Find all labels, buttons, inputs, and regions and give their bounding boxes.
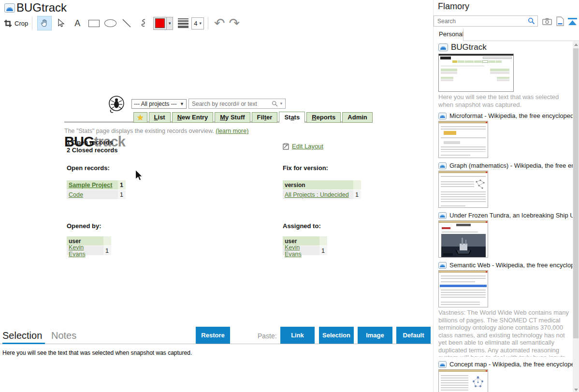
paste-selection-button[interactable]: Selection [319,327,354,344]
open-records-title: Open records: [67,164,110,172]
snapshot-thumbnail[interactable] [438,54,514,92]
sidebar-app-title: Flamory [438,1,469,12]
paste-default-button[interactable]: Default [396,327,431,344]
snapshot-thumbnail[interactable] [438,121,488,158]
snapshot-snippet: Vastness: The World Wide Web contains ma… [438,309,573,357]
snapshot-title: Concept map - Wikipedia, the free encycl… [449,361,573,368]
fix-for-version-title: Fix for version: [283,164,328,172]
redo-button[interactable]: ↷ [229,17,240,29]
color-picker[interactable]: ▾ [153,17,173,30]
tab-admin[interactable]: Admin [342,112,372,123]
tab-filter[interactable]: Filter [252,112,278,123]
hand-icon [40,18,49,28]
scroll-down-arrow[interactable] [574,389,578,391]
concept-map-diagram [470,375,486,391]
tab-notes[interactable]: Notes [51,330,76,341]
tab-reports[interactable]: Reports [306,112,341,123]
project-link[interactable]: Sample Project [69,182,112,189]
toolbar-separator [32,17,32,29]
sidebar-scrollbar[interactable] [573,42,579,392]
pin-to-top-icon[interactable] [567,17,578,26]
restore-button[interactable]: Restore [196,327,230,344]
snapshot-title: Semantic Web - Wikipedia, the free encyc… [449,261,573,269]
text-tool[interactable]: A [70,16,85,30]
table-header-row: version [283,180,361,189]
line-icon [121,18,132,29]
list-item[interactable]: Semantic Web - Wikipedia, the free encyc… [438,261,573,357]
color-dropdown-arrow[interactable]: ▾ [166,17,173,29]
projects-dropdown-value: --- All projects --- [134,101,177,107]
scroll-up-arrow[interactable] [574,44,578,46]
sidebar-search-box[interactable] [434,15,538,27]
list-item[interactable]: Microformat - Wikipedia, the free encycl… [438,112,573,158]
bug-logo-icon [107,95,126,115]
snapshot-thumbnail[interactable] [438,369,488,392]
tab-selection[interactable]: Selection [2,330,42,341]
table-row: Sample Project 1 [67,180,126,189]
pen-width-dropdown-arrow: ▾ [199,21,202,26]
ellipse-tool[interactable] [103,16,117,30]
project-link[interactable]: Code [69,191,83,198]
snapshot-snippet: Here you will see the text that was sele… [438,93,573,108]
panel-divider [0,344,432,344]
list-item[interactable]: Graph (mathematics) - Wikipedia, the fre… [438,162,573,208]
snapshot-title: Microformat - Wikipedia, the free encycl… [449,112,573,119]
snapshot-icon [438,113,447,119]
list-item[interactable]: Concept map - Wikipedia, the free encycl… [438,361,573,392]
snapshot-title: Under Frozen Tundra, an Icebreaking Ship… [449,212,573,219]
scrollbar-thumb[interactable] [573,48,579,338]
star-icon: ★ [137,114,144,121]
column-header: version [283,180,353,189]
select-arrow-tool[interactable] [54,16,68,30]
record-search-box[interactable]: ▼ [188,99,286,109]
record-search-input[interactable] [191,100,272,108]
snapshot-thumbnail[interactable] [438,220,488,258]
edit-layout-link[interactable]: Edit Layout [283,143,323,150]
freehand-tool[interactable] [136,16,150,30]
edit-layout-label: Edit Layout [292,143,323,150]
version-link[interactable]: All Projects : Undecided [285,191,349,198]
tab-new-entry[interactable]: New Entry [172,112,214,123]
ellipse-icon [104,19,116,27]
tab-list[interactable]: List [149,112,171,123]
rectangle-tool[interactable] [87,16,101,30]
open-records-summary: 1 Open records [67,139,113,146]
crop-button[interactable]: Crop [4,19,28,28]
pan-hand-tool[interactable] [37,16,52,30]
active-tab-underline [2,343,45,344]
snapshot-icon [438,262,447,269]
snapshot-thumbnail[interactable] [438,270,488,307]
projects-dropdown[interactable]: --- All projects --- ▼ [131,99,187,109]
page-title: BUGtrack [16,1,67,15]
snapshot-thumbnail[interactable] [438,171,488,208]
learn-more-link[interactable]: (learn more) [216,128,248,134]
snapshot-title: BUGtrack [451,43,487,52]
list-item[interactable]: BUGtrack Her [438,43,573,108]
tab-favorites[interactable]: ★ [133,112,147,123]
table-row: Kevin Evans 1 [67,246,111,255]
ship-photo [441,234,486,257]
captured-mouse-cursor [134,169,143,182]
undo-button[interactable]: ↶ [214,17,225,29]
record-count: 1 [319,246,327,255]
paste-link-button[interactable]: Link [280,327,315,344]
sidebar-search-input[interactable] [436,17,528,25]
snapshot-canvas[interactable]: BUGtrack --- All projects --- ▼ ▼ ★ List… [0,32,433,327]
tab-personal[interactable]: Personal [439,30,463,38]
tab-stats[interactable]: Stats [279,112,305,123]
user-link[interactable]: Kevin Evans [285,244,318,258]
edit-layout-icon [283,143,289,150]
paste-image-button[interactable]: Image [358,327,392,344]
camera-icon[interactable] [542,18,552,25]
user-link[interactable]: Kevin Evans [69,244,101,258]
tab-bar-line [463,41,579,41]
annotation-toolbar: Crop A ▾ 4 ▾ ↶ ↷ [0,15,434,32]
closed-records-summary: 2 Closed records [67,146,118,154]
crop-icon [4,19,12,28]
snapshot-icon [438,162,447,169]
pen-width-select[interactable]: 4 ▾ [191,17,204,29]
line-tool[interactable] [119,16,134,30]
list-item[interactable]: Under Frozen Tundra, an Icebreaking Ship… [438,212,573,258]
document-icon[interactable] [556,16,564,26]
tab-my-stuff[interactable]: My Stuff [215,112,250,123]
